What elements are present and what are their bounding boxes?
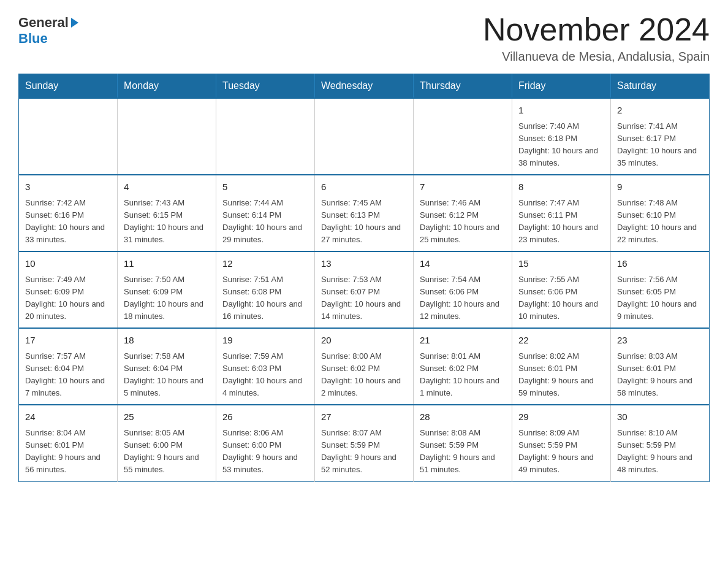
day-number: 10: [25, 257, 111, 271]
day-number: 28: [420, 410, 506, 424]
logo: General Blue: [18, 12, 78, 47]
day-info: Sunrise: 7:47 AM Sunset: 6:11 PM Dayligh…: [518, 197, 604, 247]
calendar-cell: 28Sunrise: 8:08 AM Sunset: 5:59 PM Dayli…: [414, 405, 512, 481]
calendar-cell: 2Sunrise: 7:41 AM Sunset: 6:17 PM Daylig…: [611, 98, 710, 175]
calendar-cell: 18Sunrise: 7:58 AM Sunset: 6:04 PM Dayli…: [118, 328, 216, 405]
day-number: 9: [617, 180, 703, 194]
calendar-cell: [315, 98, 414, 175]
day-number: 12: [222, 257, 308, 271]
calendar-cell: 30Sunrise: 8:10 AM Sunset: 5:59 PM Dayli…: [611, 405, 710, 481]
day-info: Sunrise: 8:05 AM Sunset: 6:00 PM Dayligh…: [124, 427, 210, 477]
calendar-cell: 29Sunrise: 8:09 AM Sunset: 5:59 PM Dayli…: [512, 405, 611, 481]
day-number: 3: [25, 180, 111, 194]
day-header-wednesday: Wednesday: [315, 74, 414, 99]
day-info: Sunrise: 8:09 AM Sunset: 5:59 PM Dayligh…: [518, 427, 604, 477]
day-info: Sunrise: 7:58 AM Sunset: 6:04 PM Dayligh…: [124, 350, 210, 400]
day-info: Sunrise: 7:59 AM Sunset: 6:03 PM Dayligh…: [222, 350, 308, 400]
calendar-cell: 14Sunrise: 7:54 AM Sunset: 6:06 PM Dayli…: [414, 251, 512, 328]
day-number: 29: [518, 410, 604, 424]
calendar-cell: 15Sunrise: 7:55 AM Sunset: 6:06 PM Dayli…: [512, 251, 611, 328]
day-number: 1: [518, 104, 604, 118]
day-number: 5: [222, 180, 308, 194]
calendar-cell: [19, 98, 118, 175]
calendar-cell: 5Sunrise: 7:44 AM Sunset: 6:14 PM Daylig…: [216, 175, 315, 251]
day-number: 19: [222, 334, 308, 348]
calendar-cell: 27Sunrise: 8:07 AM Sunset: 5:59 PM Dayli…: [315, 405, 414, 481]
calendar-cell: 12Sunrise: 7:51 AM Sunset: 6:08 PM Dayli…: [216, 251, 315, 328]
day-info: Sunrise: 8:03 AM Sunset: 6:01 PM Dayligh…: [617, 350, 703, 400]
day-number: 21: [420, 334, 506, 348]
day-info: Sunrise: 8:07 AM Sunset: 5:59 PM Dayligh…: [321, 427, 407, 477]
day-number: 7: [420, 180, 506, 194]
day-info: Sunrise: 7:51 AM Sunset: 6:08 PM Dayligh…: [222, 274, 308, 323]
calendar-cell: 7Sunrise: 7:46 AM Sunset: 6:12 PM Daylig…: [414, 175, 512, 251]
days-of-week-row: SundayMondayTuesdayWednesdayThursdayFrid…: [19, 74, 710, 99]
day-header-thursday: Thursday: [414, 74, 512, 99]
day-header-sunday: Sunday: [19, 74, 118, 99]
day-number: 4: [124, 180, 210, 194]
day-info: Sunrise: 8:00 AM Sunset: 6:02 PM Dayligh…: [321, 350, 407, 400]
day-info: Sunrise: 7:49 AM Sunset: 6:09 PM Dayligh…: [25, 274, 111, 323]
day-info: Sunrise: 7:41 AM Sunset: 6:17 PM Dayligh…: [617, 120, 703, 170]
calendar-cell: 21Sunrise: 8:01 AM Sunset: 6:02 PM Dayli…: [414, 328, 512, 405]
day-number: 25: [124, 410, 210, 424]
day-number: 22: [518, 334, 604, 348]
calendar-cell: 3Sunrise: 7:42 AM Sunset: 6:16 PM Daylig…: [19, 175, 118, 251]
day-info: Sunrise: 8:08 AM Sunset: 5:59 PM Dayligh…: [420, 427, 506, 477]
day-info: Sunrise: 7:50 AM Sunset: 6:09 PM Dayligh…: [124, 274, 210, 323]
day-number: 16: [617, 257, 703, 271]
calendar-cell: 20Sunrise: 8:00 AM Sunset: 6:02 PM Dayli…: [315, 328, 414, 405]
day-info: Sunrise: 7:56 AM Sunset: 6:05 PM Dayligh…: [617, 274, 703, 323]
day-number: 14: [420, 257, 506, 271]
calendar-week-5: 24Sunrise: 8:04 AM Sunset: 6:01 PM Dayli…: [19, 405, 710, 481]
calendar-cell: 1Sunrise: 7:40 AM Sunset: 6:18 PM Daylig…: [512, 98, 611, 175]
day-number: 17: [25, 334, 111, 348]
day-info: Sunrise: 7:44 AM Sunset: 6:14 PM Dayligh…: [222, 197, 308, 247]
calendar-table: SundayMondayTuesdayWednesdayThursdayFrid…: [18, 74, 710, 481]
day-info: Sunrise: 7:55 AM Sunset: 6:06 PM Dayligh…: [518, 274, 604, 323]
day-number: 24: [25, 410, 111, 424]
day-info: Sunrise: 8:02 AM Sunset: 6:01 PM Dayligh…: [518, 350, 604, 400]
day-number: 30: [617, 410, 703, 424]
calendar-cell: 13Sunrise: 7:53 AM Sunset: 6:07 PM Dayli…: [315, 251, 414, 328]
calendar-week-2: 3Sunrise: 7:42 AM Sunset: 6:16 PM Daylig…: [19, 175, 710, 251]
calendar-cell: 16Sunrise: 7:56 AM Sunset: 6:05 PM Dayli…: [611, 251, 710, 328]
calendar-cell: 26Sunrise: 8:06 AM Sunset: 6:00 PM Dayli…: [216, 405, 315, 481]
day-header-tuesday: Tuesday: [216, 74, 315, 99]
day-info: Sunrise: 7:40 AM Sunset: 6:18 PM Dayligh…: [518, 120, 604, 170]
calendar-cell: [216, 98, 315, 175]
day-info: Sunrise: 7:48 AM Sunset: 6:10 PM Dayligh…: [617, 197, 703, 247]
location-subtitle: Villanueva de Mesia, Andalusia, Spain: [483, 50, 710, 64]
calendar-week-1: 1Sunrise: 7:40 AM Sunset: 6:18 PM Daylig…: [19, 98, 710, 175]
day-number: 15: [518, 257, 604, 271]
day-number: 18: [124, 334, 210, 348]
day-number: 13: [321, 257, 407, 271]
day-header-monday: Monday: [118, 74, 216, 99]
day-info: Sunrise: 7:46 AM Sunset: 6:12 PM Dayligh…: [420, 197, 506, 247]
day-info: Sunrise: 8:04 AM Sunset: 6:01 PM Dayligh…: [25, 427, 111, 477]
calendar-week-4: 17Sunrise: 7:57 AM Sunset: 6:04 PM Dayli…: [19, 328, 710, 405]
page-header: General Blue November 2024 Villanueva de…: [18, 12, 710, 64]
day-number: 26: [222, 410, 308, 424]
calendar-cell: 17Sunrise: 7:57 AM Sunset: 6:04 PM Dayli…: [19, 328, 118, 405]
calendar-cell: 11Sunrise: 7:50 AM Sunset: 6:09 PM Dayli…: [118, 251, 216, 328]
calendar-cell: [118, 98, 216, 175]
day-header-saturday: Saturday: [611, 74, 710, 99]
calendar-cell: 9Sunrise: 7:48 AM Sunset: 6:10 PM Daylig…: [611, 175, 710, 251]
logo-arrow-icon: [71, 18, 78, 28]
day-info: Sunrise: 7:53 AM Sunset: 6:07 PM Dayligh…: [321, 274, 407, 323]
day-number: 6: [321, 180, 407, 194]
calendar-cell: [414, 98, 512, 175]
calendar-header: SundayMondayTuesdayWednesdayThursdayFrid…: [19, 74, 710, 99]
logo-general: General: [18, 15, 69, 31]
day-number: 8: [518, 180, 604, 194]
calendar-cell: 19Sunrise: 7:59 AM Sunset: 6:03 PM Dayli…: [216, 328, 315, 405]
day-info: Sunrise: 8:01 AM Sunset: 6:02 PM Dayligh…: [420, 350, 506, 400]
logo-blue: Blue: [18, 31, 48, 47]
day-info: Sunrise: 7:42 AM Sunset: 6:16 PM Dayligh…: [25, 197, 111, 247]
day-number: 11: [124, 257, 210, 271]
day-info: Sunrise: 7:45 AM Sunset: 6:13 PM Dayligh…: [321, 197, 407, 247]
day-info: Sunrise: 7:57 AM Sunset: 6:04 PM Dayligh…: [25, 350, 111, 400]
calendar-cell: 8Sunrise: 7:47 AM Sunset: 6:11 PM Daylig…: [512, 175, 611, 251]
calendar-week-3: 10Sunrise: 7:49 AM Sunset: 6:09 PM Dayli…: [19, 251, 710, 328]
